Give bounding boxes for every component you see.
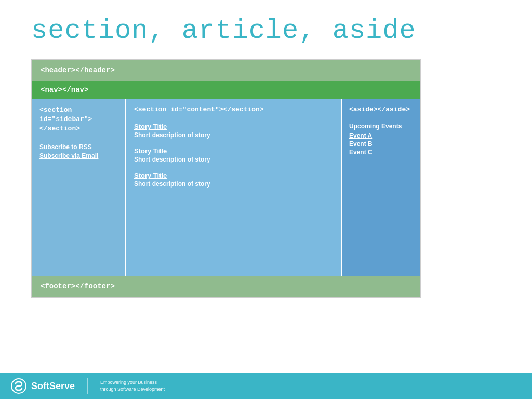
bottom-bar: SoftServe Empowering your Business throu… bbox=[0, 373, 532, 399]
slide-title: section, article, aside bbox=[31, 16, 501, 46]
content-tag-label: <section id="content"></section> bbox=[134, 105, 332, 113]
layout-diagram: <header></header> <nav></nav> <sectionid… bbox=[31, 59, 421, 298]
header-bar: <header></header> bbox=[32, 60, 420, 81]
logo-tagline: Empowering your Business through Softwar… bbox=[100, 379, 165, 392]
logo-area: SoftServe bbox=[10, 378, 75, 394]
aside-tag-label: <aside></aside> bbox=[349, 105, 413, 113]
story-3-title: Story Title bbox=[134, 171, 332, 179]
story-1-title: Story Title bbox=[134, 123, 332, 130]
aside-column: <aside></aside> Upcoming Events Event A … bbox=[342, 99, 420, 276]
footer-bar: <footer></footer> bbox=[32, 276, 420, 297]
story-2-desc: Short description of story bbox=[134, 156, 332, 163]
aside-events-heading: Upcoming Events bbox=[349, 123, 413, 130]
sidebar-tag-label: <sectionid="sidebar"></section> bbox=[39, 105, 117, 134]
content-column: <section id="content"></section> Story T… bbox=[126, 99, 342, 276]
story-2: Story Title Short description of story bbox=[134, 147, 332, 163]
subscribe-rss-link[interactable]: Subscribe to RSS bbox=[39, 143, 117, 151]
sidebar-column: <sectionid="sidebar"></section> Subscrib… bbox=[32, 99, 126, 276]
event-c-link[interactable]: Event C bbox=[349, 149, 413, 156]
story-3: Story Title Short description of story bbox=[134, 171, 332, 188]
subscribe-email-link[interactable]: Subscribe via Email bbox=[39, 152, 117, 159]
softserve-logo-icon bbox=[10, 378, 27, 394]
event-b-link[interactable]: Event B bbox=[349, 140, 413, 148]
story-1: Story Title Short description of story bbox=[134, 123, 332, 139]
columns-row: <sectionid="sidebar"></section> Subscrib… bbox=[32, 99, 420, 276]
story-2-title: Story Title bbox=[134, 147, 332, 155]
logo-text: SoftServe bbox=[31, 381, 75, 392]
slide: section, article, aside <header></header… bbox=[0, 0, 532, 373]
event-a-link[interactable]: Event A bbox=[349, 132, 413, 139]
story-1-desc: Short description of story bbox=[134, 131, 332, 139]
nav-bar: <nav></nav> bbox=[32, 81, 420, 99]
logo-divider bbox=[87, 378, 88, 394]
story-3-desc: Short description of story bbox=[134, 180, 332, 188]
